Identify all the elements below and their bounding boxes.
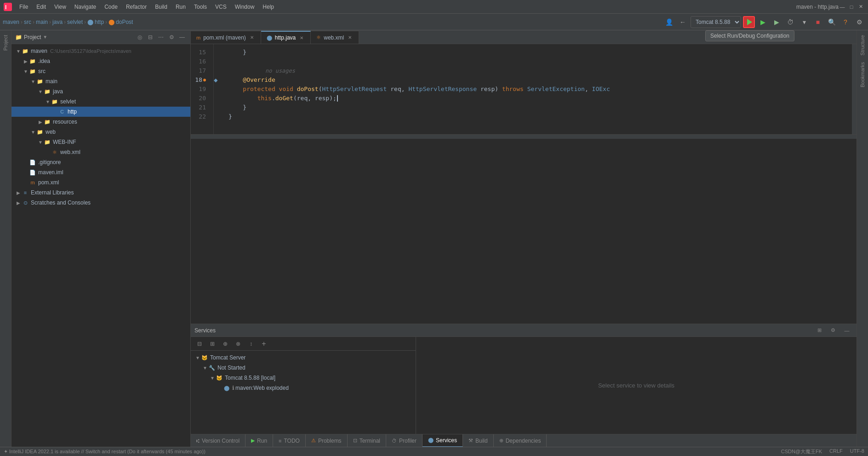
stop-button[interactable]: ■ [812,16,824,28]
locate-file-button[interactable]: ◎ [135,33,144,42]
tree-item-selvlet[interactable]: ▼ 📁 selvlet [11,97,190,107]
tree-item-webxml[interactable]: ⚛ web.xml [11,147,190,157]
menu-window[interactable]: Window [231,3,258,11]
menu-build[interactable]: Build [151,3,171,11]
run-button[interactable] [743,16,755,28]
tree-item-gitignore[interactable]: 📄 .gitignore [11,157,190,167]
help-button[interactable]: ? [839,16,851,28]
tree-item-pomxml[interactable]: m pom.xml [11,177,190,188]
tab-close-webxml[interactable]: ✕ [347,34,353,41]
bookmarks-side-tab[interactable]: Bookmarks [858,59,867,90]
breadcrumb-main[interactable]: main [36,19,48,25]
tab-terminal[interactable]: ⊡ Terminal [348,434,386,447]
menu-file[interactable]: File [16,3,32,11]
svc-add-button[interactable]: + [259,339,269,349]
svc-tree-item-tomcat-server[interactable]: ▼ 🐱 Tomcat Server [191,353,416,363]
svc-tree-item-web-exploded[interactable]: ⬤ ℹ maven:Web exploded [191,383,416,393]
settings-icon[interactable]: ⚙ [853,16,865,28]
folder-icon-resources: 📁 [44,118,51,125]
code-content[interactable]: } no usages @Override [223,44,852,134]
tab-webxml[interactable]: ⚛ web.xml ✕ [311,31,359,44]
breadcrumb-http[interactable]: http [95,19,104,25]
gutter-15 [214,48,223,57]
sidebar-settings-button[interactable]: ⚙ [167,33,176,42]
tab-httpjava[interactable]: ⬤ http.java ✕ [261,31,311,44]
svc-tree-item-not-started[interactable]: ▼ 🔧 Not Started [191,363,416,373]
debug-button[interactable]: ▶ [757,16,769,28]
back-button[interactable]: ← [677,16,689,28]
gutter-17 [214,66,223,75]
project-side-tab[interactable]: Project [1,32,10,53]
menu-view[interactable]: View [51,3,70,11]
menu-navigate[interactable]: Navigate [71,3,100,11]
tree-item-src[interactable]: ▼ 📁 src [11,66,190,76]
sidebar-more-button[interactable]: ⋯ [156,33,166,42]
sidebar-dropdown-arrow[interactable]: ▼ [43,34,47,40]
menu-run[interactable]: Run [172,3,189,11]
tree-item-webinf[interactable]: ▼ 📁 WEB-INF [11,137,190,147]
tree-item-root[interactable]: ▼ 📁 maven C:\Users\35127\IdeaProjects\ma… [11,46,190,56]
close-button[interactable]: ✕ [857,3,864,11]
structure-side-tab[interactable]: Structure [858,32,867,58]
tab-services[interactable]: ⬤ Services [423,434,463,447]
minimize-button[interactable]: — [839,3,846,11]
svc-collapse-all-button[interactable]: ⊟ [194,339,205,349]
tree-item-maveniml[interactable]: 📄 maven.iml [11,167,190,177]
services-expand-button[interactable]: ⊞ [813,325,825,336]
more-run-button[interactable]: ▾ [798,16,810,28]
run-config-dropdown[interactable]: Tomcat 8.5.88 [691,16,741,28]
menu-code[interactable]: Code [101,3,121,11]
tree-item-main[interactable]: ▼ 📁 main [11,76,190,86]
horizontal-scrollbar[interactable] [191,134,857,139]
breadcrumb-maven[interactable]: maven [3,19,19,25]
editor-scrollbar[interactable] [852,44,857,134]
collapse-all-button[interactable]: ⊟ [146,33,155,42]
tab-dependencies[interactable]: ⊕ Dependencies [494,434,547,447]
run-gutter-icon[interactable]: ● [203,75,206,85]
svc-group-button[interactable]: ⊕ [220,339,230,349]
breadcrumb-src[interactable]: src [24,19,31,25]
tree-item-idea[interactable]: ▶ 📁 .idea [11,56,190,66]
tab-profiler[interactable]: ⏱ Profiler [386,434,423,447]
tab-label-profiler: Profiler [399,438,417,444]
tab-close-httpjava[interactable]: ✕ [298,34,305,41]
profile-run-button[interactable]: ⏱ [784,16,796,28]
services-settings-button[interactable]: ⚙ [827,325,839,336]
tree-item-web[interactable]: ▼ 📁 web [11,127,190,137]
menu-edit[interactable]: Edit [33,3,50,11]
svc-filter-button[interactable]: ⊗ [233,339,243,349]
svc-expand-all-button[interactable]: ⊞ [207,339,217,349]
breadcrumb-selvlet[interactable]: selvlet [67,19,83,25]
breadcrumb-java[interactable]: java [52,19,63,25]
menu-help[interactable]: Help [259,3,278,11]
tab-pomxml[interactable]: m pom.xml (maven) ✕ [191,31,261,44]
sidebar-hide-button[interactable]: — [177,33,187,42]
tab-build[interactable]: ⚒ Build [463,434,494,447]
menu-vcs[interactable]: VCS [211,3,230,11]
tab-todo[interactable]: ≡ TODO [273,434,306,447]
gutter-20 [214,94,223,103]
svc-tree-item-tomcat-instance[interactable]: ▼ 🐱 Tomcat 8.5.88 [local] [191,373,416,383]
tree-item-external-libs[interactable]: ▶ ≡ External Libraries [11,188,190,198]
services-hide-button[interactable]: — [841,325,853,336]
tab-version-control[interactable]: ⑆ Version Control [191,434,246,447]
tree-label-maveniml: maven.iml [38,169,63,176]
menu-tools[interactable]: Tools [190,3,211,11]
tree-item-http[interactable]: C http [11,107,190,117]
search-button[interactable]: 🔍 [826,16,838,28]
maximize-button[interactable]: □ [848,3,855,11]
breadcrumb-dopost[interactable]: doPost [116,19,133,25]
coverage-button[interactable]: ▶ [771,16,782,28]
profile-button[interactable]: 👤 [663,16,675,28]
tab-run[interactable]: ▶ Run [246,434,273,447]
svc-sort-button[interactable]: ↕ [246,339,256,349]
tree-item-scratches[interactable]: ▶ ⊙ Scratches and Consoles [11,198,190,208]
tab-close-pomxml[interactable]: ✕ [249,34,255,41]
tab-problems[interactable]: ⚠ Problems [306,434,348,447]
menu-refactor[interactable]: Refactor [122,3,150,11]
code-line-19: this . doGet (req, resp); [228,94,852,103]
gutter-18[interactable]: ◆ [214,75,223,85]
line-num-22: 22 [191,112,210,121]
tree-item-java[interactable]: ▼ 📁 java [11,86,190,97]
tree-item-resources[interactable]: ▶ 📁 resources [11,117,190,127]
